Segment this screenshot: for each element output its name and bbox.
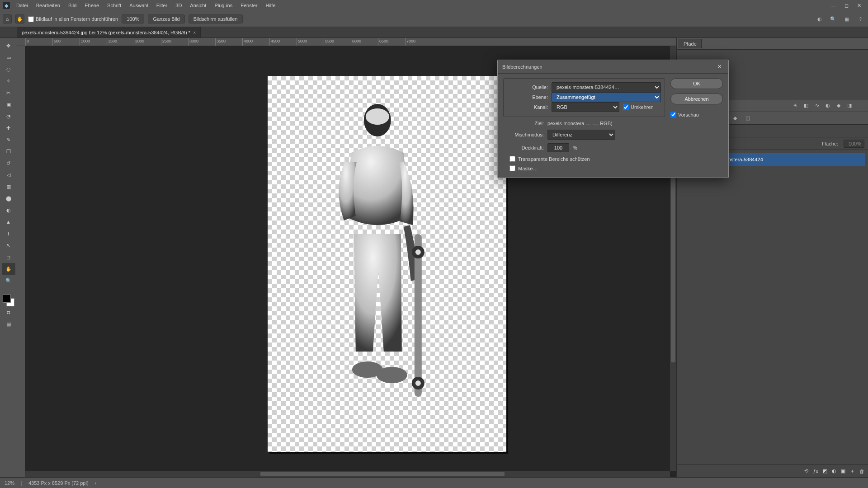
menu-bild[interactable]: Bild: [65, 1, 80, 9]
mask-checkbox[interactable]: Maske…: [503, 165, 665, 171]
fit-screen-button[interactable]: Ganzes Bild: [148, 14, 184, 23]
dialog-titlebar[interactable]: Bildberechnungen ✕: [498, 60, 728, 74]
fg-color-icon[interactable]: [3, 295, 11, 303]
ruler-origin[interactable]: [17, 38, 25, 46]
ruler-horizontal[interactable]: 0 500 1000 1500 2000 2500 3000 3500 4000…: [25, 38, 676, 46]
svg-point-1: [366, 108, 389, 125]
svg-point-6: [415, 249, 421, 255]
layer-kind-smart-icon[interactable]: ◫: [744, 114, 752, 122]
share-icon[interactable]: ⇪: [855, 14, 865, 24]
menu-bearbeiten[interactable]: Bearbeiten: [33, 1, 64, 9]
hand-tool-icon[interactable]: ✋: [15, 14, 24, 23]
layer-kind-shape-icon[interactable]: ◆: [731, 114, 739, 122]
blur-tool-icon[interactable]: ⬤: [2, 192, 15, 204]
menu-ansicht[interactable]: Ansicht: [186, 1, 210, 9]
brush-tool-icon[interactable]: ✎: [2, 134, 15, 145]
menu-hilfe[interactable]: Hilfe: [262, 1, 279, 9]
menu-schrift[interactable]: Schrift: [104, 1, 125, 9]
adjust-bw-icon[interactable]: ◨: [845, 102, 854, 110]
move-tool-icon[interactable]: ✥: [2, 40, 15, 52]
window-close-icon[interactable]: ✕: [853, 1, 865, 10]
blend-select[interactable]: Differenz: [547, 130, 615, 140]
tab-pfade[interactable]: Pfade: [679, 39, 702, 48]
status-doc-info[interactable]: 4353 Px x 6529 Px (72 ppi): [28, 480, 89, 486]
channel-label: Kanal:: [507, 104, 548, 110]
stamp-tool-icon[interactable]: ❐: [2, 145, 15, 157]
menu-plugins[interactable]: Plug-ins: [211, 1, 236, 9]
eraser-tool-icon[interactable]: ◁: [2, 169, 15, 181]
preserve-transparency-checkbox[interactable]: Transparente Bereiche schützen: [503, 156, 665, 162]
adjust-more-icon[interactable]: ⋯: [856, 102, 864, 110]
delete-layer-icon[interactable]: 🗑: [859, 469, 864, 474]
status-zoom[interactable]: 12%: [5, 480, 14, 486]
source-select[interactable]: pexels-monstera-5384424…: [552, 82, 661, 92]
layers-list: 👁 pexels-monstera-5384424: [677, 150, 868, 465]
layer-select[interactable]: Zusammengefügt: [552, 92, 661, 102]
status-arrow-icon[interactable]: ›: [95, 480, 97, 486]
document-tab[interactable]: pexels-monstera-5384424.jpg bei 12% (pex…: [17, 27, 201, 38]
window-minimize-icon[interactable]: —: [827, 1, 840, 10]
opacity-input[interactable]: [547, 143, 569, 152]
hand-tool-icon-2[interactable]: ✋: [2, 263, 15, 275]
link-layers-icon[interactable]: ⟲: [804, 468, 808, 474]
menu-datei[interactable]: Datei: [13, 1, 32, 9]
shape-tool-icon[interactable]: ◻: [2, 251, 15, 263]
adjust-levels-icon[interactable]: ◧: [802, 102, 810, 110]
menu-auswahl[interactable]: Auswahl: [126, 1, 152, 9]
menu-filter[interactable]: Filter: [153, 1, 171, 9]
fill-value[interactable]: 100%: [844, 140, 864, 148]
invert-checkbox[interactable]: Umkehren: [623, 104, 654, 110]
eyedropper-tool-icon[interactable]: ◔: [2, 110, 15, 122]
canvas-scrollbar-horizontal[interactable]: [25, 471, 670, 477]
scroll-all-windows-checkbox[interactable]: Bildlauf in allen Fenstern durchführen: [28, 16, 118, 22]
lasso-tool-icon[interactable]: ◌: [2, 63, 15, 75]
adjust-brightness-icon[interactable]: ☀: [791, 102, 799, 110]
adjust-hue-icon[interactable]: ◆: [835, 102, 843, 110]
gradient-tool-icon[interactable]: ▥: [2, 181, 15, 192]
menu-fenster[interactable]: Fenster: [237, 1, 261, 9]
cancel-button[interactable]: Abbrechen: [670, 94, 723, 104]
zoom-tool-icon[interactable]: 🔍: [2, 275, 15, 286]
quickmask-icon[interactable]: ◘: [2, 306, 15, 318]
pen-tool-icon[interactable]: ▲: [2, 216, 15, 228]
adjust-curves-icon[interactable]: ∿: [813, 102, 821, 110]
crop-tool-icon[interactable]: ✂: [2, 87, 15, 99]
app-logo-icon: ◆: [3, 2, 10, 9]
dialog-close-icon[interactable]: ✕: [715, 62, 724, 71]
channel-select[interactable]: RGB: [552, 102, 619, 112]
dodge-tool-icon[interactable]: ◐: [2, 204, 15, 216]
layer-mask-icon[interactable]: ◩: [823, 468, 827, 474]
home-icon[interactable]: ⌂: [3, 14, 12, 23]
new-fill-adjust-icon[interactable]: ◐: [832, 468, 836, 474]
document-canvas[interactable]: [268, 76, 506, 452]
preserve-transparency-label: Transparente Bereiche schützen: [518, 156, 590, 162]
tab-close-icon[interactable]: ×: [193, 30, 196, 35]
ruler-vertical[interactable]: [17, 46, 25, 477]
fill-screen-button[interactable]: Bildschirm ausfüllen: [189, 14, 243, 23]
marquee-tool-icon[interactable]: ▭: [2, 52, 15, 63]
workspaces-icon[interactable]: ▦: [842, 14, 852, 24]
color-swatch[interactable]: [3, 295, 14, 306]
wand-tool-icon[interactable]: ✧: [2, 75, 15, 87]
panel-tabs-top: Pfade: [677, 38, 868, 50]
history-brush-tool-icon[interactable]: ↺: [2, 157, 15, 169]
menu-3d[interactable]: 3D: [172, 1, 185, 9]
type-tool-icon[interactable]: T: [2, 228, 15, 239]
menu-ebene[interactable]: Ebene: [81, 1, 103, 9]
new-group-icon[interactable]: ▣: [841, 468, 845, 474]
new-layer-icon[interactable]: ＋: [850, 468, 855, 474]
path-select-tool-icon[interactable]: ↖: [2, 239, 15, 251]
preview-checkbox[interactable]: Vorschau: [670, 112, 723, 117]
layer-fx-icon[interactable]: ƒx: [813, 469, 818, 474]
work-area: ✥ ▭ ◌ ✧ ✂ ▣ ◔ ✚ ✎ ❐ ↺ ◁ ▥ ⬤ ◐ ▲ T ↖ ◻ ✋ …: [0, 38, 868, 477]
zoom-100-button[interactable]: 100%: [122, 14, 144, 23]
opacity-scrub-label[interactable]: Deckkraft:: [503, 145, 544, 150]
window-maximize-icon[interactable]: ◻: [840, 1, 853, 10]
adjust-exposure-icon[interactable]: ◐: [824, 102, 832, 110]
search-icon[interactable]: 🔍: [828, 14, 838, 24]
ok-button[interactable]: OK: [670, 78, 723, 89]
cloud-docs-icon[interactable]: ◐: [815, 14, 825, 24]
screenmode-icon[interactable]: ▤: [2, 318, 15, 330]
frame-tool-icon[interactable]: ▣: [2, 99, 15, 110]
heal-tool-icon[interactable]: ✚: [2, 122, 15, 134]
